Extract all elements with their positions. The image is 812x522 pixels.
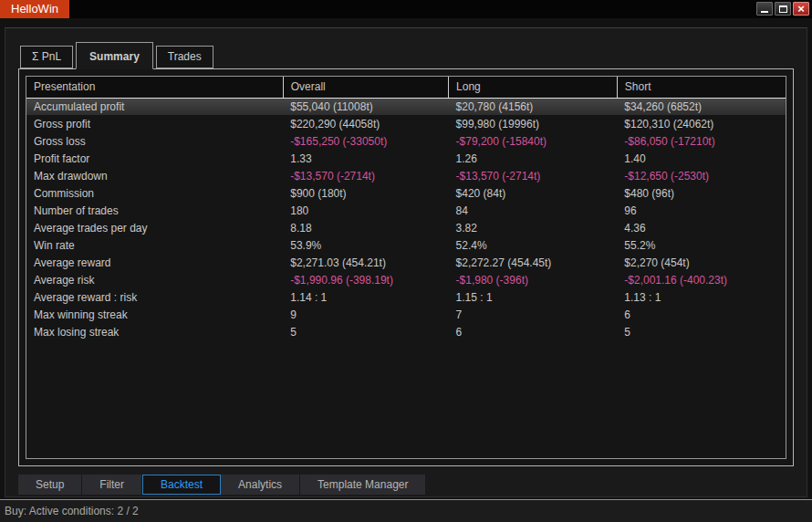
summary-table: Presentation Overall Long Short Accumula… bbox=[26, 76, 786, 459]
bottom-tab-filter[interactable]: Filter bbox=[82, 475, 142, 495]
cell-short: 5 bbox=[617, 323, 786, 340]
cell-long: $2,272.27 (454.45t) bbox=[449, 254, 618, 271]
cell-long: 1.26 bbox=[449, 150, 618, 167]
cell-overall: 1.14 : 1 bbox=[283, 288, 448, 306]
top-tab-label: Summary bbox=[89, 50, 140, 63]
status-bar: Buy: Active conditions: 2 / 2 bbox=[0, 499, 812, 522]
maximize-icon bbox=[779, 5, 787, 13]
cell-presentation: Commission bbox=[26, 184, 283, 202]
cell-presentation: Accumulated profit bbox=[26, 98, 283, 115]
table-body: Accumulated profit $55,040 (11008t) $20,… bbox=[26, 98, 786, 340]
cell-long: $99,980 (19996t) bbox=[449, 115, 618, 132]
column-header-short[interactable]: Short bbox=[617, 77, 786, 98]
cell-long: 3.82 bbox=[449, 219, 618, 236]
cell-overall: $2,271.03 (454.21t) bbox=[283, 254, 448, 271]
column-header-long[interactable]: Long bbox=[449, 77, 618, 98]
cell-short: 1.13 : 1 bbox=[617, 288, 786, 306]
window-controls: × bbox=[756, 2, 809, 16]
window-title: HelloWin bbox=[0, 0, 69, 18]
close-icon: × bbox=[797, 3, 805, 15]
cell-presentation: Max winning streak bbox=[26, 306, 283, 323]
cell-presentation: Gross loss bbox=[26, 132, 283, 150]
cell-overall: -$13,570 (-2714t) bbox=[283, 167, 448, 184]
table-row[interactable]: Accumulated profit $55,040 (11008t) $20,… bbox=[26, 98, 786, 115]
bottom-tab-label: Template Manager bbox=[318, 478, 408, 491]
table-row[interactable]: Gross profit $220,290 (44058t) $99,980 (… bbox=[26, 115, 786, 132]
bottom-tab-backtest[interactable]: Backtest bbox=[142, 475, 221, 495]
top-tab--pnl[interactable]: Σ PnL bbox=[20, 46, 73, 68]
table-row[interactable]: Average risk -$1,990.96 (-398.19t) -$1,9… bbox=[26, 271, 786, 288]
minimize-icon bbox=[761, 11, 768, 13]
cell-long: 6 bbox=[449, 323, 618, 340]
table-row[interactable]: Average reward : risk 1.14 : 1 1.15 : 1 … bbox=[26, 288, 786, 306]
cell-overall: 5 bbox=[283, 323, 448, 340]
main-panel: Σ PnL Summary Trades Presentation Overal… bbox=[5, 27, 807, 497]
cell-overall: 9 bbox=[283, 306, 448, 323]
cell-presentation: Average trades per day bbox=[26, 219, 283, 236]
status-text: Buy: Active conditions: 2 / 2 bbox=[0, 500, 139, 522]
bottom-tab-label: Analytics bbox=[238, 478, 282, 491]
cell-short: $120,310 (24062t) bbox=[617, 115, 786, 132]
table-row[interactable]: Max winning streak 9 7 6 bbox=[26, 306, 786, 323]
cell-presentation: Max drawdown bbox=[26, 167, 283, 184]
cell-long: 52.4% bbox=[449, 236, 618, 254]
cell-short: $34,260 (6852t) bbox=[617, 98, 786, 115]
table-header-row: Presentation Overall Long Short bbox=[26, 77, 786, 98]
cell-long: -$79,200 (-15840t) bbox=[449, 132, 618, 150]
table-row[interactable]: Profit factor 1.33 1.26 1.40 bbox=[26, 150, 786, 167]
cell-overall: 1.33 bbox=[283, 150, 448, 167]
bottom-tabs: Setup Filter Backtest Analytics Template… bbox=[18, 475, 426, 495]
cell-overall: -$165,250 (-33050t) bbox=[283, 132, 448, 150]
cell-overall: 53.9% bbox=[283, 236, 448, 254]
column-header-presentation[interactable]: Presentation bbox=[26, 77, 283, 98]
cell-short: $2,270 (454t) bbox=[617, 254, 786, 271]
table-row[interactable]: Max drawdown -$13,570 (-2714t) -$13,570 … bbox=[26, 167, 786, 184]
cell-presentation: Max losing streak bbox=[26, 323, 283, 340]
cell-long: 7 bbox=[449, 306, 618, 323]
cell-short: 55.2% bbox=[617, 236, 786, 254]
column-header-overall[interactable]: Overall bbox=[283, 77, 448, 98]
table-row[interactable]: Average reward $2,271.03 (454.21t) $2,27… bbox=[26, 254, 786, 271]
cell-presentation: Average reward : risk bbox=[26, 288, 283, 306]
cell-presentation: Average risk bbox=[26, 271, 283, 288]
cell-overall: $900 (180t) bbox=[283, 184, 448, 202]
cell-short: 1.40 bbox=[617, 150, 786, 167]
top-tab-summary[interactable]: Summary bbox=[76, 42, 153, 69]
bottom-tab-analytics[interactable]: Analytics bbox=[221, 475, 300, 495]
maximize-button[interactable] bbox=[775, 2, 791, 16]
cell-long: -$1,980 (-396t) bbox=[449, 271, 618, 288]
cell-presentation: Number of trades bbox=[26, 202, 283, 219]
cell-presentation: Win rate bbox=[26, 236, 283, 254]
cell-short: $480 (96t) bbox=[617, 184, 786, 202]
cell-short: -$12,650 (-2530t) bbox=[617, 167, 786, 184]
bottom-tab-label: Filter bbox=[99, 478, 124, 491]
cell-overall: -$1,990.96 (-398.19t) bbox=[283, 271, 448, 288]
cell-overall: 8.18 bbox=[283, 219, 448, 236]
minimize-button[interactable] bbox=[756, 2, 773, 16]
cell-overall: $55,040 (11008t) bbox=[283, 98, 448, 115]
bottom-tab-label: Setup bbox=[36, 478, 64, 491]
cell-overall: 180 bbox=[283, 202, 448, 219]
cell-presentation: Profit factor bbox=[26, 150, 283, 167]
cell-short: 4.36 bbox=[617, 219, 786, 236]
table-row[interactable]: Gross loss -$165,250 (-33050t) -$79,200 … bbox=[26, 132, 786, 150]
tab-content-summary: Presentation Overall Long Short Accumula… bbox=[18, 68, 794, 466]
cell-long: $420 (84t) bbox=[449, 184, 618, 202]
table-row[interactable]: Average trades per day 8.18 3.82 4.36 bbox=[26, 219, 786, 236]
top-tab-label: Σ PnL bbox=[32, 50, 61, 63]
close-button[interactable]: × bbox=[793, 2, 809, 16]
cell-short: 96 bbox=[617, 202, 786, 219]
bottom-tab-setup[interactable]: Setup bbox=[18, 475, 82, 495]
cell-presentation: Gross profit bbox=[26, 115, 283, 132]
cell-short: -$2,001.16 (-400.23t) bbox=[617, 271, 786, 288]
table-row[interactable]: Win rate 53.9% 52.4% 55.2% bbox=[26, 236, 786, 254]
bottom-tab-template-manager[interactable]: Template Manager bbox=[300, 475, 426, 495]
top-tab-trades[interactable]: Trades bbox=[156, 46, 213, 68]
table-row[interactable]: Commission $900 (180t) $420 (84t) $480 (… bbox=[26, 184, 786, 202]
cell-long: 1.15 : 1 bbox=[449, 288, 618, 306]
table-row[interactable]: Number of trades 180 84 96 bbox=[26, 202, 786, 219]
table-row[interactable]: Max losing streak 5 6 5 bbox=[26, 323, 786, 340]
cell-presentation: Average reward bbox=[26, 254, 283, 271]
cell-long: $20,780 (4156t) bbox=[449, 98, 618, 115]
cell-overall: $220,290 (44058t) bbox=[283, 115, 448, 132]
